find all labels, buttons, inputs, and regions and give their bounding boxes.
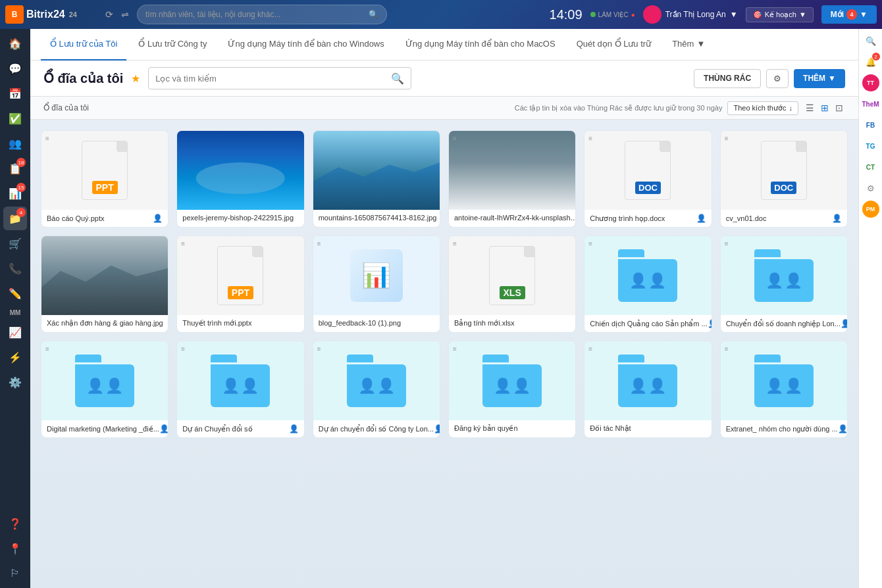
sidebar-item-analytics[interactable]: 📈 — [3, 320, 27, 344]
favorite-icon[interactable]: ★ — [131, 72, 140, 85]
card-menu-icon-11[interactable]: ≡ — [725, 240, 729, 247]
crm-badge: 18 — [16, 158, 26, 167]
sidebar-item-home[interactable]: 🏠 — [3, 32, 27, 55]
card-menu-icon-9[interactable]: ≡ — [453, 240, 457, 247]
sidebar-item-chat[interactable]: 💬 — [3, 57, 27, 80]
add-button[interactable]: THÊM ▼ — [794, 69, 845, 88]
settings-button[interactable]: ⚙ — [766, 69, 789, 88]
file-card-9[interactable]: ≡ XLS Bảng tính mới.xlsx — [448, 235, 576, 333]
sidebar-item-projects[interactable]: 📊 15 — [3, 182, 27, 205]
file-thumb-ppt: PPT — [41, 131, 168, 210]
plan-button[interactable]: 🎯 Kế hoạch ▼ — [746, 7, 814, 22]
right-user-fb[interactable]: FB — [862, 116, 880, 134]
right-user-theme[interactable]: TheM — [862, 95, 880, 113]
card-menu-icon-5[interactable]: ≡ — [725, 135, 729, 142]
card-menu-icon-3[interactable]: ≡ — [453, 135, 457, 142]
user-info[interactable]: Trần Thị Long An ▼ — [643, 5, 738, 24]
tab-company-storage[interactable]: Ổ Lưu trữ Công ty — [129, 29, 216, 61]
new-button[interactable]: Mới 4 ▼ — [821, 5, 877, 24]
card-menu-icon-16[interactable]: ≡ — [588, 345, 592, 353]
folder-icon-15: 👤👤 — [482, 355, 542, 407]
card-menu-icon-4[interactable]: ≡ — [588, 135, 592, 142]
sort-dropdown[interactable]: Theo kích thước ↓ — [727, 101, 798, 115]
file-card-3[interactable]: ≡ antoine-rault-IhWRrZx4-kk-unsplash... — [448, 130, 576, 228]
tab-cleanup[interactable]: Quét dọn Ổ Lưu trữ — [567, 29, 661, 61]
file-card-17[interactable]: ≡ 👤👤 Extranet_ nhóm cho người — [720, 341, 848, 438]
tab-my-storage[interactable]: Ổ Lưu trữ của Tôi — [41, 29, 126, 61]
file-card-2[interactable]: ≡ mountains-1650875674413-8162.jpg — [313, 130, 440, 228]
share-icon-17: 👤 — [838, 424, 847, 433]
file-card-ppt-0[interactable]: ≡ PPT Báo cáo Quý.pptx 👤 — [41, 130, 169, 228]
tab-more[interactable]: Thêm ▼ — [663, 29, 714, 61]
share-icon-13: 👤 — [289, 424, 299, 433]
right-user-tt[interactable]: TT — [862, 74, 880, 92]
right-user-pm[interactable]: PM — [862, 200, 880, 218]
sidebar-item-contacts[interactable]: 👥 — [3, 132, 27, 155]
filter-search-input[interactable] — [155, 74, 391, 84]
sidebar-item-flag[interactable]: 🏳 — [3, 562, 27, 585]
header-search-input[interactable] — [145, 10, 369, 19]
work-status: LÀM VIỆC ● — [590, 11, 635, 18]
file-card-10[interactable]: ≡ 👤👤 Chiến dịch Quảng cáo Sản — [584, 235, 712, 333]
file-card-13[interactable]: ≡ 👤👤 Dự án Chuyển đổi số — [176, 341, 304, 438]
file-card-5[interactable]: ≡ DOC cv_vn01.doc 👤 — [720, 130, 848, 228]
sidebar-item-edit[interactable]: ✏️ — [3, 282, 27, 305]
grid-view-icon[interactable]: ⊞ — [819, 101, 831, 115]
new-badge: 4 — [846, 9, 857, 20]
file-thumb-17: 👤👤 — [721, 341, 847, 420]
file-card-16[interactable]: ≡ 👤👤 Đối tác Nhật — [584, 341, 712, 438]
card-menu-icon-14[interactable]: ≡ — [317, 345, 321, 353]
sidebar-item-shop[interactable]: 🛒 — [3, 232, 27, 255]
right-user-tg[interactable]: TG — [862, 137, 880, 155]
sidebar-item-calendar[interactable]: 📅 — [3, 82, 27, 105]
card-menu-icon-12[interactable]: ≡ — [45, 345, 49, 353]
card-menu-icon[interactable]: ≡ — [45, 135, 49, 142]
avatar-tt: TT — [862, 74, 879, 91]
folder-people: 👤👤 — [629, 272, 666, 289]
file-card-4[interactable]: ≡ DOC Chương trình họp.docx 👤 — [584, 130, 712, 228]
sidebar-item-phone[interactable]: 📞 — [3, 257, 27, 280]
file-card-11[interactable]: ≡ 👤👤 Chuyển đổi số doanh nghiệ — [720, 235, 848, 333]
sidebar-item-automation[interactable]: ⚡ — [3, 345, 27, 369]
tab-macos-app[interactable]: Ứng dụng Máy tính để bàn cho MacOS — [396, 29, 565, 61]
filter-search-icon[interactable]: 🔍 — [391, 72, 404, 85]
card-menu-icon-10[interactable]: ≡ — [588, 240, 592, 247]
file-thumb-6 — [41, 236, 168, 315]
card-menu-icon-7[interactable]: ≡ — [181, 240, 185, 247]
file-thumb-10: 👤👤 — [584, 236, 711, 315]
share-icon-10: 👤 — [708, 319, 712, 328]
file-card-15[interactable]: ≡ 👤👤 Đăng ký bản quyền — [448, 341, 576, 438]
sidebar-item-location[interactable]: 📍 — [3, 537, 27, 560]
sidebar-item-crm[interactable]: 📋 18 — [3, 157, 27, 180]
file-card-6[interactable]: ≡ Xác nhận đơn hàng & giao hàng.jpg — [41, 235, 169, 333]
right-search-icon[interactable]: 🔍 — [862, 32, 880, 50]
sidebar-item-help[interactable]: ❓ — [3, 512, 27, 535]
card-menu-icon-8[interactable]: ≡ — [317, 240, 321, 247]
right-user-ct[interactable]: CT — [862, 158, 880, 176]
card-menu-icon-17[interactable]: ≡ — [725, 345, 729, 353]
file-card-8[interactable]: ≡ 📊 blog_feedback-10 (1).png — [313, 235, 440, 333]
list-view-icon[interactable]: ☰ — [804, 101, 816, 115]
file-card-12[interactable]: ≡ 👤👤 Digital marketing (Market — [41, 341, 169, 438]
file-thumb-16: 👤👤 — [584, 341, 711, 420]
tab-windows-app[interactable]: Ứng dụng Máy tính để bàn cho Windows — [219, 29, 393, 61]
file-card-1[interactable]: ≡ pexels-jeremy-bishop-2422915.jpg — [176, 130, 304, 228]
file-card-14[interactable]: ≡ 👤👤 Dự án chuyển đổi số Công — [313, 341, 440, 438]
switch-icon[interactable]: ⇌ — [118, 7, 132, 22]
card-menu-icon-13[interactable]: ≡ — [181, 345, 185, 353]
file-card-7[interactable]: ≡ PPT Thuyết trình mới.pptx — [176, 235, 304, 333]
file-thumb-8: 📊 — [313, 236, 440, 315]
trash-button[interactable]: THÙNG RÁC — [694, 69, 761, 88]
right-sidebar: 🔍 🔔 2 TT TheM FB TG CT ⚙ PM — [858, 29, 882, 588]
sidebar-item-tasks[interactable]: ✅ — [3, 107, 27, 130]
refresh-icon[interactable]: ⟳ — [103, 7, 116, 22]
sidebar-item-mm[interactable]: MM — [9, 306, 22, 319]
sidebar-item-drive[interactable]: 📁 4 — [3, 207, 27, 230]
folder-icon-17: 👤👤 — [754, 355, 814, 407]
sidebar-item-settings[interactable]: ⚙️ — [3, 370, 27, 394]
header-search-icon[interactable]: 🔍 — [369, 10, 378, 19]
large-grid-view-icon[interactable]: ⊡ — [833, 101, 845, 115]
right-notifications[interactable]: 🔔 2 — [862, 53, 880, 71]
card-menu-icon-15[interactable]: ≡ — [453, 345, 457, 353]
right-settings[interactable]: ⚙ — [862, 179, 880, 197]
